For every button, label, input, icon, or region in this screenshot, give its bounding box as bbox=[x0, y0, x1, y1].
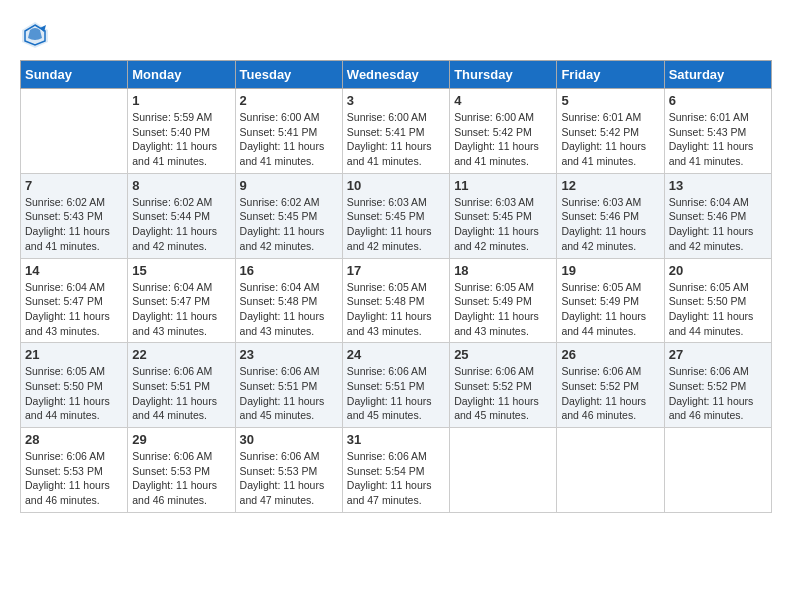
day-number: 21 bbox=[25, 347, 123, 362]
calendar-cell: 26Sunrise: 6:06 AMSunset: 5:52 PMDayligh… bbox=[557, 343, 664, 428]
day-info: Sunrise: 6:03 AMSunset: 5:46 PMDaylight:… bbox=[561, 195, 659, 254]
day-of-week-header: Friday bbox=[557, 61, 664, 89]
day-info: Sunrise: 6:03 AMSunset: 5:45 PMDaylight:… bbox=[347, 195, 445, 254]
day-of-week-header: Saturday bbox=[664, 61, 771, 89]
day-number: 10 bbox=[347, 178, 445, 193]
calendar-cell: 1Sunrise: 5:59 AMSunset: 5:40 PMDaylight… bbox=[128, 89, 235, 174]
calendar-cell: 31Sunrise: 6:06 AMSunset: 5:54 PMDayligh… bbox=[342, 428, 449, 513]
day-number: 14 bbox=[25, 263, 123, 278]
day-info: Sunrise: 6:01 AMSunset: 5:42 PMDaylight:… bbox=[561, 110, 659, 169]
calendar-cell: 28Sunrise: 6:06 AMSunset: 5:53 PMDayligh… bbox=[21, 428, 128, 513]
day-info: Sunrise: 6:06 AMSunset: 5:53 PMDaylight:… bbox=[25, 449, 123, 508]
calendar-cell: 11Sunrise: 6:03 AMSunset: 5:45 PMDayligh… bbox=[450, 173, 557, 258]
day-number: 3 bbox=[347, 93, 445, 108]
day-info: Sunrise: 6:05 AMSunset: 5:48 PMDaylight:… bbox=[347, 280, 445, 339]
calendar-cell: 27Sunrise: 6:06 AMSunset: 5:52 PMDayligh… bbox=[664, 343, 771, 428]
day-number: 6 bbox=[669, 93, 767, 108]
day-info: Sunrise: 6:00 AMSunset: 5:42 PMDaylight:… bbox=[454, 110, 552, 169]
day-number: 1 bbox=[132, 93, 230, 108]
day-number: 17 bbox=[347, 263, 445, 278]
day-number: 13 bbox=[669, 178, 767, 193]
calendar-cell bbox=[557, 428, 664, 513]
day-info: Sunrise: 6:06 AMSunset: 5:52 PMDaylight:… bbox=[669, 364, 767, 423]
day-of-week-header: Thursday bbox=[450, 61, 557, 89]
calendar-week-row: 14Sunrise: 6:04 AMSunset: 5:47 PMDayligh… bbox=[21, 258, 772, 343]
day-number: 25 bbox=[454, 347, 552, 362]
calendar-table: SundayMondayTuesdayWednesdayThursdayFrid… bbox=[20, 60, 772, 513]
day-of-week-header: Monday bbox=[128, 61, 235, 89]
day-number: 29 bbox=[132, 432, 230, 447]
day-number: 30 bbox=[240, 432, 338, 447]
day-number: 28 bbox=[25, 432, 123, 447]
calendar-cell: 24Sunrise: 6:06 AMSunset: 5:51 PMDayligh… bbox=[342, 343, 449, 428]
day-info: Sunrise: 6:04 AMSunset: 5:46 PMDaylight:… bbox=[669, 195, 767, 254]
day-info: Sunrise: 6:06 AMSunset: 5:51 PMDaylight:… bbox=[132, 364, 230, 423]
day-number: 12 bbox=[561, 178, 659, 193]
day-info: Sunrise: 6:06 AMSunset: 5:51 PMDaylight:… bbox=[240, 364, 338, 423]
day-number: 15 bbox=[132, 263, 230, 278]
day-info: Sunrise: 6:05 AMSunset: 5:50 PMDaylight:… bbox=[25, 364, 123, 423]
day-number: 24 bbox=[347, 347, 445, 362]
day-number: 19 bbox=[561, 263, 659, 278]
day-info: Sunrise: 6:06 AMSunset: 5:53 PMDaylight:… bbox=[132, 449, 230, 508]
day-number: 23 bbox=[240, 347, 338, 362]
day-of-week-header: Tuesday bbox=[235, 61, 342, 89]
day-info: Sunrise: 6:00 AMSunset: 5:41 PMDaylight:… bbox=[347, 110, 445, 169]
day-number: 4 bbox=[454, 93, 552, 108]
calendar-cell: 21Sunrise: 6:05 AMSunset: 5:50 PMDayligh… bbox=[21, 343, 128, 428]
calendar-cell: 18Sunrise: 6:05 AMSunset: 5:49 PMDayligh… bbox=[450, 258, 557, 343]
calendar-cell bbox=[450, 428, 557, 513]
day-number: 20 bbox=[669, 263, 767, 278]
calendar-cell: 12Sunrise: 6:03 AMSunset: 5:46 PMDayligh… bbox=[557, 173, 664, 258]
day-number: 31 bbox=[347, 432, 445, 447]
day-info: Sunrise: 6:06 AMSunset: 5:54 PMDaylight:… bbox=[347, 449, 445, 508]
day-number: 2 bbox=[240, 93, 338, 108]
day-info: Sunrise: 6:05 AMSunset: 5:50 PMDaylight:… bbox=[669, 280, 767, 339]
day-of-week-header: Sunday bbox=[21, 61, 128, 89]
day-number: 27 bbox=[669, 347, 767, 362]
day-info: Sunrise: 6:05 AMSunset: 5:49 PMDaylight:… bbox=[561, 280, 659, 339]
calendar-week-row: 28Sunrise: 6:06 AMSunset: 5:53 PMDayligh… bbox=[21, 428, 772, 513]
day-info: Sunrise: 6:03 AMSunset: 5:45 PMDaylight:… bbox=[454, 195, 552, 254]
day-info: Sunrise: 6:06 AMSunset: 5:52 PMDaylight:… bbox=[454, 364, 552, 423]
day-info: Sunrise: 6:06 AMSunset: 5:52 PMDaylight:… bbox=[561, 364, 659, 423]
day-info: Sunrise: 6:04 AMSunset: 5:47 PMDaylight:… bbox=[132, 280, 230, 339]
day-number: 9 bbox=[240, 178, 338, 193]
calendar-cell: 23Sunrise: 6:06 AMSunset: 5:51 PMDayligh… bbox=[235, 343, 342, 428]
calendar-week-row: 21Sunrise: 6:05 AMSunset: 5:50 PMDayligh… bbox=[21, 343, 772, 428]
day-info: Sunrise: 6:04 AMSunset: 5:47 PMDaylight:… bbox=[25, 280, 123, 339]
calendar-cell: 20Sunrise: 6:05 AMSunset: 5:50 PMDayligh… bbox=[664, 258, 771, 343]
calendar-cell: 5Sunrise: 6:01 AMSunset: 5:42 PMDaylight… bbox=[557, 89, 664, 174]
day-number: 11 bbox=[454, 178, 552, 193]
day-info: Sunrise: 6:00 AMSunset: 5:41 PMDaylight:… bbox=[240, 110, 338, 169]
day-info: Sunrise: 6:05 AMSunset: 5:49 PMDaylight:… bbox=[454, 280, 552, 339]
calendar-cell: 19Sunrise: 6:05 AMSunset: 5:49 PMDayligh… bbox=[557, 258, 664, 343]
day-number: 16 bbox=[240, 263, 338, 278]
day-info: Sunrise: 6:02 AMSunset: 5:45 PMDaylight:… bbox=[240, 195, 338, 254]
day-number: 18 bbox=[454, 263, 552, 278]
calendar-cell: 15Sunrise: 6:04 AMSunset: 5:47 PMDayligh… bbox=[128, 258, 235, 343]
day-number: 5 bbox=[561, 93, 659, 108]
calendar-week-row: 7Sunrise: 6:02 AMSunset: 5:43 PMDaylight… bbox=[21, 173, 772, 258]
calendar-cell: 3Sunrise: 6:00 AMSunset: 5:41 PMDaylight… bbox=[342, 89, 449, 174]
day-number: 7 bbox=[25, 178, 123, 193]
calendar-cell: 25Sunrise: 6:06 AMSunset: 5:52 PMDayligh… bbox=[450, 343, 557, 428]
calendar-cell: 22Sunrise: 6:06 AMSunset: 5:51 PMDayligh… bbox=[128, 343, 235, 428]
day-info: Sunrise: 5:59 AMSunset: 5:40 PMDaylight:… bbox=[132, 110, 230, 169]
calendar-cell bbox=[21, 89, 128, 174]
calendar-cell: 30Sunrise: 6:06 AMSunset: 5:53 PMDayligh… bbox=[235, 428, 342, 513]
calendar-cell bbox=[664, 428, 771, 513]
calendar-header-row: SundayMondayTuesdayWednesdayThursdayFrid… bbox=[21, 61, 772, 89]
day-number: 26 bbox=[561, 347, 659, 362]
calendar-cell: 9Sunrise: 6:02 AMSunset: 5:45 PMDaylight… bbox=[235, 173, 342, 258]
calendar-week-row: 1Sunrise: 5:59 AMSunset: 5:40 PMDaylight… bbox=[21, 89, 772, 174]
day-info: Sunrise: 6:06 AMSunset: 5:53 PMDaylight:… bbox=[240, 449, 338, 508]
day-info: Sunrise: 6:04 AMSunset: 5:48 PMDaylight:… bbox=[240, 280, 338, 339]
calendar-cell: 8Sunrise: 6:02 AMSunset: 5:44 PMDaylight… bbox=[128, 173, 235, 258]
day-info: Sunrise: 6:02 AMSunset: 5:44 PMDaylight:… bbox=[132, 195, 230, 254]
day-info: Sunrise: 6:02 AMSunset: 5:43 PMDaylight:… bbox=[25, 195, 123, 254]
calendar-cell: 29Sunrise: 6:06 AMSunset: 5:53 PMDayligh… bbox=[128, 428, 235, 513]
page-header bbox=[20, 20, 772, 50]
calendar-cell: 17Sunrise: 6:05 AMSunset: 5:48 PMDayligh… bbox=[342, 258, 449, 343]
calendar-cell: 16Sunrise: 6:04 AMSunset: 5:48 PMDayligh… bbox=[235, 258, 342, 343]
